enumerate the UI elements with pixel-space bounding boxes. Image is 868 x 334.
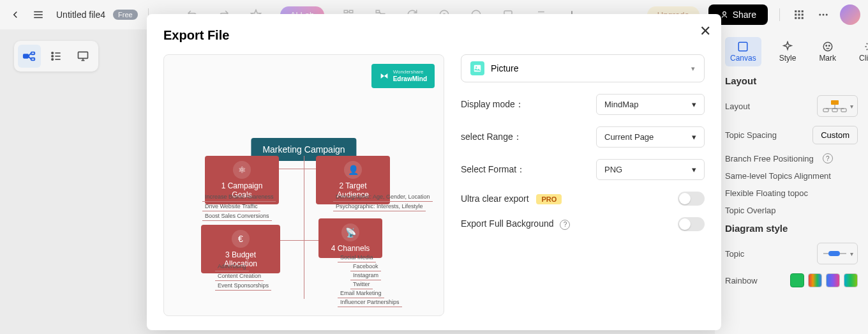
export-controls: Picture ▾ Display mode： MindMap ▾ select…	[461, 54, 705, 316]
mm-node-channels: 📡 4 Channels	[318, 218, 382, 258]
range-select[interactable]: Current Page ▾	[596, 126, 705, 148]
format-label: Select Format：	[461, 164, 525, 176]
modal-title: Export File	[163, 28, 705, 43]
full-bg-toggle[interactable]	[678, 217, 705, 231]
export-modal: ✕ Export File Wondershare EdrawMind Mark…	[147, 14, 721, 330]
chevron-down-icon: ▾	[692, 132, 696, 142]
display-mode-label: Display mode：	[461, 99, 524, 110]
svg-point-60	[475, 66, 477, 68]
close-icon[interactable]: ✕	[700, 23, 711, 40]
export-type-label: Picture	[491, 63, 519, 73]
help-icon[interactable]: ?	[560, 220, 570, 230]
range-label: select Range：	[461, 132, 522, 143]
chevron-down-icon: ▾	[691, 65, 695, 73]
modal-backdrop: ✕ Export File Wondershare EdrawMind Mark…	[0, 0, 868, 334]
format-select[interactable]: PNG ▾	[596, 159, 705, 180]
chevron-down-icon: ▾	[692, 165, 696, 174]
chevron-down-icon: ▾	[692, 100, 696, 109]
edrawmind-watermark: Wondershare EdrawMind	[371, 64, 435, 88]
export-preview: Wondershare EdrawMind Marketing Campaign…	[163, 54, 444, 316]
full-bg-label: Export Full Background	[461, 218, 554, 229]
ultra-clear-label: Ultra clear export	[461, 194, 529, 204]
display-mode-select[interactable]: MindMap ▾	[596, 94, 705, 115]
picture-icon	[470, 61, 484, 75]
export-type-select[interactable]: Picture ▾	[461, 54, 705, 82]
ultra-clear-toggle[interactable]	[678, 192, 705, 206]
pro-badge: PRO	[536, 194, 562, 204]
